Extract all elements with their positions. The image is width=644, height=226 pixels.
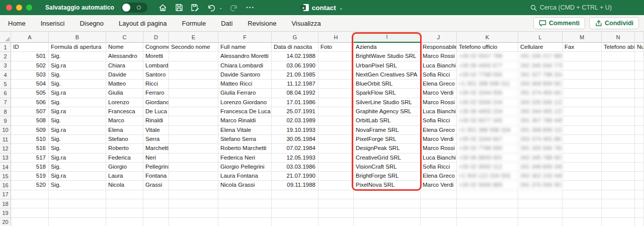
cell[interactable] <box>562 80 602 89</box>
cell[interactable] <box>635 199 644 208</box>
row-header-7[interactable]: 7 <box>0 98 11 107</box>
cell[interactable] <box>49 208 106 217</box>
cell[interactable] <box>602 89 635 98</box>
cell[interactable]: 12.05.1993 <box>272 154 318 163</box>
cell[interactable] <box>635 52 644 61</box>
cell[interactable]: Sig.ra <box>49 126 106 135</box>
column-header-D[interactable]: D <box>143 32 169 43</box>
cell[interactable]: Sig.ra <box>49 154 106 163</box>
cell[interactable] <box>218 190 272 199</box>
cell[interactable] <box>49 218 106 226</box>
row-header-12[interactable]: 12 <box>0 144 11 153</box>
cell[interactable]: Telefono abit <box>602 43 635 52</box>
cell[interactable] <box>169 199 218 208</box>
cell[interactable]: Neri <box>143 154 169 163</box>
cell[interactable]: 393 335 566 123 <box>518 98 562 107</box>
cell[interactable] <box>635 61 644 70</box>
cell[interactable]: Elena <box>106 126 143 135</box>
cell[interactable]: VisionCraft SRL <box>354 163 421 172</box>
cell[interactable] <box>169 144 218 153</box>
ribbon-tab-revisione[interactable]: Revisione <box>240 20 284 27</box>
cell[interactable]: Cognome <box>143 43 169 52</box>
cell[interactable]: 17.01.1986 <box>272 98 318 107</box>
cell[interactable] <box>318 135 354 144</box>
cell[interactable] <box>602 116 635 125</box>
cell[interactable] <box>318 144 354 153</box>
cell[interactable] <box>635 154 644 163</box>
cell[interactable]: Francesca De Luca <box>218 107 272 116</box>
cell[interactable]: Elena Vitale <box>218 126 272 135</box>
cell[interactable] <box>602 126 635 135</box>
more-options-icon[interactable]: ··· <box>246 3 255 12</box>
cell[interactable]: Luca Bianchi <box>421 107 457 116</box>
cell[interactable]: +39 06 8899 001 <box>457 154 518 163</box>
cell[interactable] <box>635 107 644 116</box>
cell[interactable] <box>635 126 644 135</box>
cell[interactable]: Marco Verdi <box>421 135 457 144</box>
column-header-A[interactable]: A <box>11 32 49 43</box>
ribbon-tab-layout-di-pagina[interactable]: Layout di pagina <box>111 20 174 27</box>
cell[interactable] <box>602 107 635 116</box>
cell[interactable] <box>169 135 218 144</box>
cell[interactable] <box>635 181 644 190</box>
cell[interactable]: 21.07.1990 <box>272 172 318 181</box>
ribbon-tab-disegno[interactable]: Disegno <box>72 20 111 27</box>
column-header-I[interactable]: I <box>354 32 421 43</box>
row-header-18[interactable]: 18 <box>0 199 11 208</box>
cell[interactable] <box>169 116 218 125</box>
cell[interactable] <box>318 126 354 135</box>
cell[interactable]: 502 <box>11 61 49 70</box>
ribbon-tab-visualizza[interactable]: Visualizza <box>284 20 328 27</box>
cell[interactable] <box>169 154 218 163</box>
cell[interactable]: 391 335 566 784 <box>518 144 562 153</box>
cell[interactable]: 391 348 899 345 <box>518 163 562 172</box>
cell[interactable] <box>11 190 49 199</box>
minimize-window-button[interactable] <box>16 5 22 11</box>
cell[interactable]: Sofia Ricci <box>421 163 457 172</box>
cell[interactable] <box>169 172 218 181</box>
cell[interactable] <box>272 208 318 217</box>
cell[interactable] <box>602 154 635 163</box>
cell[interactable]: Sig. <box>49 181 106 190</box>
cell[interactable] <box>106 208 143 217</box>
cell[interactable] <box>457 208 518 217</box>
cell[interactable]: Davide Santoro <box>218 70 272 80</box>
cell[interactable] <box>169 70 218 80</box>
cell[interactable]: SilverLine Studio SRL <box>354 98 421 107</box>
cell[interactable]: 03.03.1986 <box>272 163 318 172</box>
cell[interactable] <box>562 107 602 116</box>
zoom-window-button[interactable] <box>26 5 32 11</box>
cell[interactable] <box>272 190 318 199</box>
cell[interactable]: 392 345 566 778 <box>518 61 562 70</box>
cell[interactable] <box>562 144 602 153</box>
cell[interactable]: Sig. <box>49 135 106 144</box>
cell[interactable]: Sig.ra <box>49 61 106 70</box>
cell[interactable]: Matteo Ricci <box>218 80 272 89</box>
cell[interactable] <box>318 107 354 116</box>
cell[interactable]: Federica <box>106 154 143 163</box>
cell[interactable]: 03.06.1990 <box>272 61 318 70</box>
cell[interactable]: 19.10.1993 <box>272 126 318 135</box>
cell[interactable]: 393 374 455 887 <box>518 135 562 144</box>
column-header-B[interactable]: B <box>49 32 106 43</box>
save-icon[interactable] <box>175 3 184 12</box>
cell[interactable]: Marco Rossi <box>421 98 457 107</box>
cell[interactable] <box>562 98 602 107</box>
cell[interactable] <box>602 199 635 208</box>
row-header-13[interactable]: 13 <box>0 154 11 163</box>
cell[interactable] <box>318 172 354 181</box>
column-header-C[interactable]: C <box>106 32 143 43</box>
search-field[interactable]: Cerca (CMD + CTRL + U) <box>530 0 612 15</box>
cell[interactable]: Marchetti <box>143 144 169 153</box>
cell[interactable] <box>562 190 602 199</box>
row-header-17[interactable]: 17 <box>0 190 11 199</box>
cell[interactable] <box>602 218 635 226</box>
cell[interactable]: Responsabile <box>421 43 457 52</box>
ribbon-tab-dati[interactable]: Dati <box>213 20 240 27</box>
cell[interactable] <box>49 199 106 208</box>
cell[interactable] <box>602 70 635 80</box>
cell[interactable]: +1 901 388 998 334 <box>457 126 518 135</box>
cell[interactable]: 392 362 233 445 <box>518 172 562 181</box>
column-header-M[interactable]: M <box>562 32 602 43</box>
cell[interactable] <box>143 199 169 208</box>
